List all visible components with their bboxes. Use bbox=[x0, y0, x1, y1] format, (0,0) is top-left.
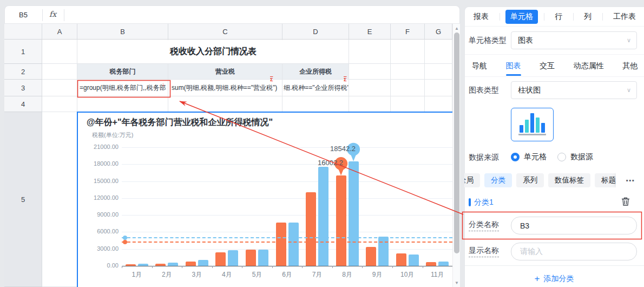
cell-A1[interactable] bbox=[42, 40, 77, 64]
radio-icon[interactable] bbox=[557, 153, 566, 161]
category-section-title: 分类1 bbox=[474, 198, 494, 207]
divider bbox=[465, 76, 644, 77]
category-name-value: B3 bbox=[520, 221, 529, 230]
cell-A3[interactable] bbox=[42, 80, 77, 96]
cell-A5[interactable] bbox=[42, 112, 77, 287]
chart-cell-b5[interactable]: @年份+"年各税务部门营业税和企业所得税情况" 税额(单位:万元) 21000.… bbox=[77, 112, 454, 287]
panel-subtab-导航[interactable]: 导航 bbox=[472, 61, 487, 71]
trash-icon bbox=[620, 196, 631, 207]
cell-D2[interactable]: 企业所得税 bbox=[282, 64, 349, 80]
display-name-placeholder: 请输入 bbox=[520, 247, 543, 257]
divider bbox=[465, 265, 644, 266]
cell-C3[interactable]: sum(明细,税额,明细.税种=="营业税") bbox=[168, 80, 282, 96]
column-header-D[interactable]: D bbox=[282, 24, 349, 40]
cell-G4[interactable] bbox=[425, 96, 452, 112]
column-header-G[interactable]: G bbox=[425, 24, 452, 40]
cell-B2[interactable]: 税务部门 bbox=[77, 64, 168, 80]
divider bbox=[64, 9, 64, 21]
column-header-A[interactable]: A bbox=[42, 24, 77, 40]
panel-tab-行[interactable]: 行 bbox=[550, 10, 567, 24]
chart-type-value: 柱状图 bbox=[518, 86, 541, 95]
cell-E2[interactable] bbox=[349, 64, 391, 80]
display-name-input[interactable]: 请输入 bbox=[511, 243, 637, 260]
panel-tab-列[interactable]: 列 bbox=[579, 10, 596, 24]
cell-C2[interactable]: 营业税 bbox=[168, 64, 282, 80]
divider bbox=[465, 54, 644, 55]
radio-option-单元格[interactable]: 单元格 bbox=[511, 152, 547, 162]
panel-tab-报表[interactable]: 报表 bbox=[469, 10, 494, 24]
column-header-F[interactable]: F bbox=[391, 24, 425, 40]
panel-tab-单元格[interactable]: 单元格 bbox=[505, 10, 538, 24]
chart-type-label: 图表类型 bbox=[469, 86, 499, 95]
column-header-C[interactable]: C bbox=[168, 24, 282, 40]
category-name-input[interactable]: B3 bbox=[511, 217, 637, 234]
vertical-scrollbar[interactable]: ▲ ▼ bbox=[452, 24, 460, 287]
cell-type-select[interactable]: 图表 ∨ bbox=[511, 31, 637, 49]
scroll-up-icon[interactable]: ▲ bbox=[453, 26, 461, 31]
column-header-E[interactable]: E bbox=[349, 24, 391, 40]
row-header-1[interactable]: 1 bbox=[4, 40, 42, 64]
cell-D3[interactable]: 细.税种=="企业所得税") bbox=[282, 80, 349, 96]
expand-down-marker: ↓ bbox=[162, 82, 165, 87]
cell-C4[interactable] bbox=[168, 96, 282, 112]
chevron-down-icon: ∨ bbox=[627, 37, 631, 44]
cell-b1-title[interactable]: 税收收入分部门情况表 bbox=[78, 40, 349, 63]
add-category-label: 添加分类 bbox=[543, 274, 574, 284]
config-tab-分类[interactable]: 分类 bbox=[484, 173, 512, 187]
chart-type-select[interactable]: 柱状图 ∨ bbox=[511, 81, 637, 99]
panel-subtab-交互[interactable]: 交互 bbox=[540, 61, 555, 71]
cell-F3[interactable] bbox=[391, 80, 425, 96]
panel-subtab-动态属性[interactable]: 动态属性 bbox=[574, 61, 604, 71]
add-category-button[interactable]: + 添加分类 bbox=[464, 272, 644, 285]
more-tabs-button[interactable]: ⋯ bbox=[616, 172, 644, 188]
cell-G1[interactable] bbox=[425, 40, 452, 64]
radio-option-数据源[interactable]: 数据源 bbox=[557, 152, 593, 162]
radio-label: 单元格 bbox=[524, 152, 547, 162]
panel-subtab-其他[interactable]: 其他 bbox=[622, 61, 638, 71]
cell-name-box[interactable]: B5 bbox=[4, 6, 42, 23]
cell-E1[interactable] bbox=[349, 40, 391, 64]
scroll-down-icon[interactable]: ▼ bbox=[453, 281, 461, 285]
plus-icon: + bbox=[535, 273, 540, 284]
cell-F2[interactable] bbox=[391, 64, 425, 80]
bar-chart-type-card[interactable] bbox=[511, 108, 554, 141]
config-tab-数值标签[interactable]: 数值标签 bbox=[548, 173, 590, 187]
divider bbox=[544, 13, 544, 21]
cell-E3[interactable] bbox=[349, 80, 391, 96]
chart-point-markers bbox=[78, 113, 452, 287]
section-accent-bar bbox=[469, 198, 471, 206]
app-root: B5 fx ABCDEFG12345税务部门营业税企业所得税=group(明细,… bbox=[0, 0, 644, 287]
panel-tab-工作表[interactable]: 工作表 bbox=[608, 10, 641, 24]
sum-marker-c3: Σ bbox=[270, 77, 273, 82]
cell-type-label: 单元格类型 bbox=[469, 36, 507, 45]
cell-G3[interactable] bbox=[425, 80, 452, 96]
scrollbar-thumb[interactable] bbox=[454, 32, 459, 253]
row-header-3[interactable]: 3 bbox=[4, 80, 42, 96]
data-label-16002.2: 16002.2 bbox=[306, 159, 343, 167]
cell-E4[interactable] bbox=[349, 96, 391, 112]
panel-subtab-图表[interactable]: 图表 bbox=[506, 61, 521, 71]
config-tab-系列[interactable]: 系列 bbox=[516, 173, 544, 187]
panel-subtabs: 导航图表交互动态属性其他 bbox=[472, 60, 638, 73]
cell-F4[interactable] bbox=[391, 96, 425, 112]
column-header-B[interactable]: B bbox=[77, 24, 168, 40]
sum-marker-d3: Σ bbox=[344, 77, 346, 82]
cell-D4[interactable] bbox=[282, 96, 349, 112]
row-header-4[interactable]: 4 bbox=[4, 96, 42, 112]
row-header-5[interactable]: 5 bbox=[4, 112, 42, 287]
radio-icon[interactable] bbox=[511, 153, 520, 161]
chart-plot-area: 21000.0018000.0015000.0012000.009000.006… bbox=[78, 113, 452, 287]
delete-category-button[interactable] bbox=[620, 196, 631, 207]
cell-B3[interactable]: =group(明细,税务部门,,税务部 bbox=[77, 80, 168, 96]
cell-A2[interactable] bbox=[42, 64, 77, 80]
cell-G2[interactable] bbox=[425, 64, 452, 80]
row-header-2[interactable]: 2 bbox=[4, 64, 42, 80]
cell-A4[interactable] bbox=[42, 96, 77, 112]
cell-B4[interactable] bbox=[77, 96, 168, 112]
data-source-label: 数据来源 bbox=[469, 153, 499, 162]
radio-label: 数据源 bbox=[570, 152, 593, 162]
grid-corner-cell[interactable] bbox=[4, 24, 42, 40]
config-tab-全局[interactable]: 全局 bbox=[464, 173, 480, 187]
cell-F1[interactable] bbox=[391, 40, 425, 64]
formula-input[interactable] bbox=[66, 6, 452, 23]
